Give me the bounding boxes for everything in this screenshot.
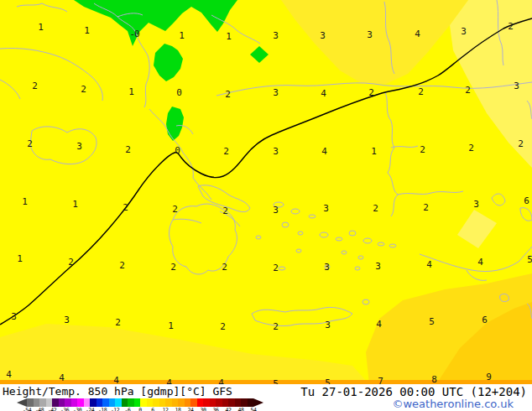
scale-color-segment xyxy=(153,398,159,407)
map-title: Height/Temp. 850 hPa [gdmp][°C] GFS xyxy=(3,385,232,398)
scale-tick-label: -48 xyxy=(35,407,44,411)
scale-color-segment xyxy=(115,398,122,407)
grid-temperature-value: 2 xyxy=(273,263,278,273)
scale-arrow-left-icon xyxy=(17,398,27,407)
scale-color-segment xyxy=(178,398,185,407)
grid-temperature-value: 2 xyxy=(172,204,177,215)
scale-color-segment xyxy=(52,398,59,407)
scale-tick-label: 12 xyxy=(163,407,169,411)
grid-temperature-value: 2 xyxy=(423,202,428,213)
weather-map: 11-0113334322210234222323202341222112223… xyxy=(0,0,532,384)
grid-temperature-value: 9 xyxy=(486,372,491,382)
scale-color-segment xyxy=(203,398,210,407)
grid-temperature-value: 2 xyxy=(81,84,86,95)
grid-temperature-value: 4 xyxy=(321,88,326,99)
grid-temperature-value: 4 xyxy=(321,146,326,157)
scale-color-segment xyxy=(71,398,78,407)
grid-temperature-value: 2 xyxy=(115,317,120,328)
grid-temperature-value: 2 xyxy=(518,138,523,149)
scale-color-segment xyxy=(34,398,40,407)
scale-tick-label: -18 xyxy=(98,407,107,411)
grid-temperature-value: 3 xyxy=(324,262,329,273)
grid-temperature-value: 3 xyxy=(273,146,278,157)
grid-temperature-value: 1 xyxy=(72,199,77,210)
grid-temperature-value: 2 xyxy=(123,202,128,213)
scale-color-segment xyxy=(59,398,65,407)
scale-color-segment xyxy=(210,398,216,407)
temperature-grid-layer: 11-0113334322210234222323202341222112223… xyxy=(0,0,532,384)
grid-temperature-value: 2 xyxy=(222,206,227,216)
grid-temperature-value: 3 xyxy=(367,29,372,40)
scale-color-segment xyxy=(109,398,116,407)
grid-temperature-value: 2 xyxy=(119,260,124,271)
grid-temperature-value: 4 xyxy=(426,259,431,270)
grid-temperature-value: 5 xyxy=(325,377,330,384)
grid-temperature-value: 4 xyxy=(166,377,171,384)
grid-temperature-value: 2 xyxy=(508,21,513,32)
map-footer: Height/Temp. 850 hPa [gdmp][°C] GFS Tu 2… xyxy=(0,384,532,411)
grid-temperature-value: 2 xyxy=(27,138,32,149)
grid-temperature-value: 3 xyxy=(64,315,69,325)
grid-temperature-value: 3 xyxy=(325,320,330,330)
grid-temperature-value: 2 xyxy=(225,89,230,100)
scale-tick-label: -6 xyxy=(125,407,131,411)
scale-color-segment xyxy=(27,398,34,407)
scale-color-segment xyxy=(190,398,197,407)
scale-color-segment xyxy=(185,398,191,407)
grid-temperature-value: 1 xyxy=(38,22,43,33)
scale-color-segment xyxy=(84,398,91,407)
grid-temperature-value: 3 xyxy=(473,199,478,210)
scale-color-segment xyxy=(216,398,222,407)
scale-tick-label: 24 xyxy=(188,407,194,411)
grid-temperature-value: 2 xyxy=(125,144,130,155)
scale-color-segment xyxy=(102,398,109,407)
scale-color-segment xyxy=(222,398,229,407)
grid-temperature-value: 0 xyxy=(176,87,181,98)
grid-temperature-value: 3 xyxy=(273,205,278,216)
grid-temperature-value: 4 xyxy=(59,372,64,383)
scale-tick-label: -36 xyxy=(60,407,69,411)
scale-segments xyxy=(27,398,253,407)
grid-temperature-value: 2 xyxy=(465,85,470,96)
grid-temperature-value: 1 xyxy=(168,320,173,331)
scale-tick-label: -54 xyxy=(23,407,31,411)
scale-color-segment xyxy=(228,398,235,407)
grid-temperature-value: 8 xyxy=(431,374,436,384)
scale-tick-label: -42 xyxy=(48,407,56,411)
scale-tick-label: 18 xyxy=(175,407,181,411)
scale-color-segment xyxy=(134,398,141,407)
grid-temperature-value: 0 xyxy=(175,145,180,156)
scale-color-segment xyxy=(235,398,242,407)
scale-tick-label: 36 xyxy=(213,407,219,411)
grid-temperature-value: 4 xyxy=(6,369,11,380)
grid-temperature-value: 2 xyxy=(418,86,423,97)
scale-color-segment xyxy=(77,398,84,407)
scale-color-segment xyxy=(241,398,248,407)
scale-color-segment xyxy=(159,398,166,407)
grid-temperature-value: 2 xyxy=(223,146,228,157)
scale-color-segment xyxy=(122,398,128,407)
grid-temperature-value: 1 xyxy=(128,86,133,97)
grid-temperature-value: 2 xyxy=(420,144,425,155)
scale-color-segment xyxy=(128,398,134,407)
scale-color-segment xyxy=(90,398,96,407)
grid-temperature-value: 2 xyxy=(68,257,73,268)
grid-temperature-value: 2 xyxy=(222,262,227,273)
grid-temperature-value: 2 xyxy=(373,203,378,214)
grid-temperature-value: 3 xyxy=(514,81,519,91)
grid-temperature-value: 5 xyxy=(273,378,278,384)
grid-temperature-value: 1 xyxy=(179,30,184,41)
scale-color-segment xyxy=(140,398,147,407)
scale-tick-label: 6 xyxy=(151,407,154,411)
scale-tick-label: -30 xyxy=(73,407,81,411)
scale-tick-labels: -54-48-42-36-30-24-18-12-606121824303642… xyxy=(17,407,252,411)
grid-temperature-value: 1 xyxy=(17,253,22,264)
grid-temperature-value: -0 xyxy=(129,29,138,39)
map-datetime: Tu 27-01-2026 00:00 UTC (12+204) xyxy=(300,385,527,398)
grid-temperature-value: 3 xyxy=(320,30,325,41)
grid-temperature-value: 4 xyxy=(376,319,381,330)
copyright-link: ©weatheronline.co.uk xyxy=(392,398,514,410)
grid-temperature-value: 3 xyxy=(323,203,328,214)
grid-temperature-value: 1 xyxy=(226,31,231,42)
grid-temperature-value: 1 xyxy=(371,146,376,157)
